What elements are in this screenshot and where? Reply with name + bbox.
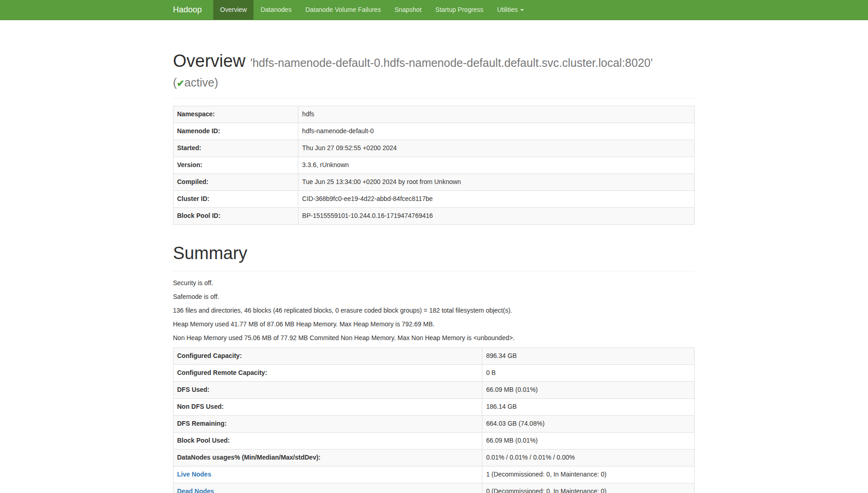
row-value: 896.34 GB bbox=[482, 348, 695, 365]
row-value: 186.14 GB bbox=[482, 399, 695, 416]
row-value: 664.03 GB (74.08%) bbox=[482, 416, 695, 433]
table-row: Namespace:hdfs bbox=[173, 106, 695, 123]
row-label: Live Nodes bbox=[173, 466, 482, 483]
row-value: 0 B bbox=[482, 365, 695, 382]
row-label: Namenode ID: bbox=[173, 123, 298, 140]
summary-paragraph: Safemode is off. bbox=[173, 293, 695, 302]
nav-list: OverviewDatanodesDatanode Volume Failure… bbox=[213, 0, 530, 20]
nav-item-datanodes: Datanodes bbox=[253, 0, 298, 20]
row-label: Dead Nodes bbox=[173, 483, 482, 493]
row-label: Cluster ID: bbox=[173, 190, 298, 207]
caret-down-icon bbox=[520, 9, 524, 11]
summary-paragraph: 136 files and directories, 46 blocks (46… bbox=[173, 306, 695, 315]
row-value: 0.01% / 0.01% / 0.01% / 0.00% bbox=[482, 450, 695, 466]
summary-paragraph: Non Heap Memory used 75.06 MB of 77.92 M… bbox=[173, 334, 695, 343]
row-value: CID-368b9fc0-ee19-4d22-abbd-84fcec8117be bbox=[298, 190, 695, 207]
table-row: Non DFS Used:186.14 GB bbox=[173, 399, 695, 416]
cluster-summary-table: Configured Capacity:896.34 GBConfigured … bbox=[173, 347, 695, 493]
table-row: DataNodes usages% (Min/Median/Max/stdDev… bbox=[173, 450, 695, 466]
brand-hadoop[interactable]: Hadoop bbox=[173, 0, 213, 20]
table-row: Configured Capacity:896.34 GB bbox=[173, 348, 695, 365]
namenode-status: (✔active) bbox=[173, 76, 695, 90]
table-row: Live Nodes1 (Decommissioned: 0, In Maint… bbox=[173, 466, 695, 483]
namenode-info-table: Namespace:hdfsNamenode ID:hdfs-namenode-… bbox=[173, 106, 695, 225]
page-title: Overview 'hdfs-namenode-default-0.hdfs-n… bbox=[173, 51, 695, 71]
row-value: Tue Jun 25 13:34:00 +0200 2024 by root f… bbox=[298, 173, 695, 190]
row-value: Thu Jun 27 09:52:55 +0200 2024 bbox=[298, 140, 695, 157]
table-row: Cluster ID:CID-368b9fc0-ee19-4d22-abbd-8… bbox=[173, 190, 695, 207]
check-icon: ✔ bbox=[177, 78, 184, 88]
namenode-address: 'hdfs-namenode-default-0.hdfs-namenode-d… bbox=[250, 56, 653, 69]
row-label: Block Pool ID: bbox=[173, 207, 298, 224]
nav-link-snapshot[interactable]: Snapshot bbox=[388, 0, 428, 20]
nav-item-startup-progress: Startup Progress bbox=[428, 0, 490, 20]
nav-item-datanode-volume-failures: Datanode Volume Failures bbox=[298, 0, 388, 20]
row-label: Configured Capacity: bbox=[173, 348, 482, 365]
nav-link-startup-progress[interactable]: Startup Progress bbox=[428, 0, 490, 20]
page-title-text: Overview bbox=[173, 51, 245, 70]
summary-paragraph: Security is off. bbox=[173, 279, 695, 288]
table-row: Block Pool Used:66.09 MB (0.01%) bbox=[173, 433, 695, 450]
summary-paragraphs: Security is off.Safemode is off.136 file… bbox=[173, 279, 695, 343]
row-value: 1 (Decommissioned: 0, In Maintenance: 0) bbox=[482, 466, 695, 483]
nav-link-datanodes[interactable]: Datanodes bbox=[253, 0, 298, 20]
nav-link-utilities[interactable]: Utilities bbox=[490, 0, 530, 20]
dead-nodes-link[interactable]: Dead Nodes bbox=[177, 488, 214, 493]
live-nodes-link[interactable]: Live Nodes bbox=[177, 471, 211, 478]
row-label: Configured Remote Capacity: bbox=[173, 365, 482, 382]
table-row: Namenode ID:hdfs-namenode-default-0 bbox=[173, 123, 695, 140]
nav-link-datanode-volume-failures[interactable]: Datanode Volume Failures bbox=[298, 0, 388, 20]
row-value: 66.09 MB (0.01%) bbox=[482, 433, 695, 450]
overview-header: Overview 'hdfs-namenode-default-0.hdfs-n… bbox=[173, 51, 695, 98]
table-row: Version:3.3.6, rUnknown bbox=[173, 157, 695, 173]
row-value: BP-1515559101-10.244.0.16-1719474769416 bbox=[298, 207, 695, 224]
row-value: 66.09 MB (0.01%) bbox=[482, 382, 695, 399]
table-row: Dead Nodes0 (Decommissioned: 0, In Maint… bbox=[173, 483, 695, 493]
summary-paragraph: Heap Memory used 41.77 MB of 87.06 MB He… bbox=[173, 320, 695, 329]
table-row: DFS Used:66.09 MB (0.01%) bbox=[173, 382, 695, 399]
row-label: Started: bbox=[173, 140, 298, 157]
table-row: Started:Thu Jun 27 09:52:55 +0200 2024 bbox=[173, 140, 695, 157]
table-row: Block Pool ID:BP-1515559101-10.244.0.16-… bbox=[173, 207, 695, 224]
paren-close: ) bbox=[214, 76, 218, 89]
row-value: 0 (Decommissioned: 0, In Maintenance: 0) bbox=[482, 483, 695, 493]
row-value: hdfs-namenode-default-0 bbox=[298, 123, 695, 140]
page-container: Overview 'hdfs-namenode-default-0.hdfs-n… bbox=[166, 51, 701, 493]
row-value: hdfs bbox=[298, 106, 695, 123]
row-label: Compiled: bbox=[173, 173, 298, 190]
row-label: DFS Remaining: bbox=[173, 416, 482, 433]
summary-header: Summary bbox=[173, 244, 695, 272]
active-status-text: active bbox=[184, 76, 214, 89]
table-row: Configured Remote Capacity:0 B bbox=[173, 365, 695, 382]
row-label: Version: bbox=[173, 157, 298, 173]
nav-item-snapshot: Snapshot bbox=[388, 0, 428, 20]
table-row: Compiled:Tue Jun 25 13:34:00 +0200 2024 … bbox=[173, 173, 695, 190]
navbar: Hadoop OverviewDatanodesDatanode Volume … bbox=[0, 0, 868, 20]
row-label: Non DFS Used: bbox=[173, 399, 482, 416]
row-label: Namespace: bbox=[173, 106, 298, 123]
row-value: 3.3.6, rUnknown bbox=[298, 157, 695, 173]
summary-title: Summary bbox=[173, 244, 695, 263]
nav-link-overview[interactable]: Overview bbox=[213, 0, 253, 20]
row-label: DataNodes usages% (Min/Median/Max/stdDev… bbox=[173, 450, 482, 466]
nav-item-overview: Overview bbox=[213, 0, 253, 20]
row-label: Block Pool Used: bbox=[173, 433, 482, 450]
row-label: DFS Used: bbox=[173, 382, 482, 399]
nav-item-utilities: Utilities bbox=[490, 0, 530, 20]
navbar-container: Hadoop OverviewDatanodesDatanode Volume … bbox=[166, 0, 701, 20]
table-row: DFS Remaining:664.03 GB (74.08%) bbox=[173, 416, 695, 433]
